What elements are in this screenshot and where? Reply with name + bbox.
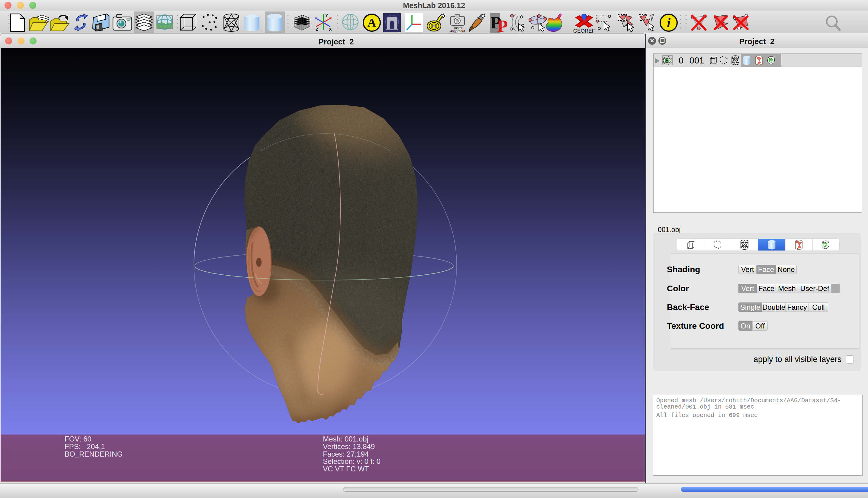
svg-text:P: P: [497, 16, 508, 32]
svg-text:GEOREF: GEOREF: [573, 28, 595, 33]
svg-text:Z: Z: [316, 27, 318, 32]
svg-text:i: i: [667, 15, 671, 30]
svg-text:Alignment: Alignment: [450, 29, 465, 32]
svg-text:Y: Y: [325, 13, 328, 18]
svg-text:A: A: [368, 16, 376, 29]
svg-text:X: X: [329, 27, 332, 32]
